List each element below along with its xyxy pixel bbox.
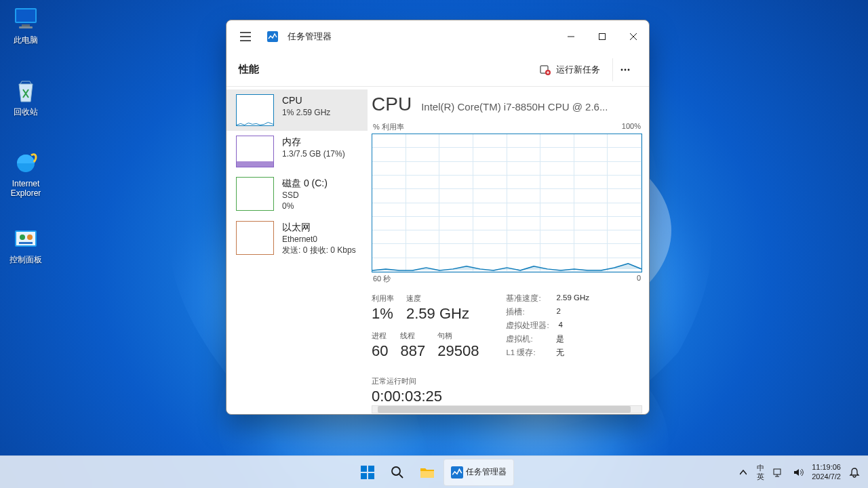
spec-key-vproc: 虚拟处理器: [506, 321, 549, 331]
desktop-icon-ie[interactable]: Internet Explorer [0, 149, 52, 199]
svg-point-15 [620, 68, 623, 70]
titlebar[interactable]: 任务管理器 [226, 20, 649, 53]
svg-rect-10 [19, 242, 33, 244]
svg-point-9 [27, 235, 33, 240]
run-new-task-label: 运行新任务 [556, 64, 600, 76]
sidebar-item-ethernet[interactable]: 以太网 Ethernet0 发送: 0 接收: 0 Kbps [226, 216, 368, 260]
ethernet-thumb [236, 221, 274, 255]
spec-key-base: 基准速度: [506, 293, 547, 304]
recycle-bin-icon [12, 77, 39, 104]
chart-y-max: 100% [622, 122, 641, 132]
sidebar-item-name: 以太网 [282, 221, 356, 234]
spec-key-vm: 虚拟机: [506, 334, 547, 344]
tray-volume-icon[interactable] [791, 462, 805, 483]
taskbar-item-task-manager[interactable]: 任务管理器 [443, 459, 514, 486]
minimize-button[interactable] [555, 26, 587, 47]
stat-label-handles: 句柄 [437, 331, 479, 341]
stat-label-uptime: 正常运行时间 [372, 376, 479, 386]
maximize-button[interactable] [587, 26, 618, 47]
toolbar: 性能 运行新任务 [226, 53, 649, 87]
sidebar-item-cpu[interactable]: CPU 1% 2.59 GHz [226, 89, 368, 131]
chart-x-right: 0 [637, 274, 641, 284]
spec-key-sockets: 插槽: [506, 307, 547, 317]
desktop-icon-label: Internet Explorer [0, 179, 52, 199]
start-button[interactable] [354, 459, 381, 486]
desktop-icon-label: 此电脑 [14, 35, 38, 45]
sidebar-item-disk[interactable]: 磁盘 0 (C:) SSD 0% [226, 172, 368, 216]
svg-point-17 [627, 68, 629, 70]
sidebar-item-name: 磁盘 0 (C:) [282, 177, 328, 190]
ime-bot: 英 [757, 472, 764, 481]
desktop-icon-control-panel[interactable]: 控制面板 [0, 225, 52, 264]
monitor-icon [12, 5, 39, 33]
spec-val-vm: 是 [556, 334, 564, 344]
chart-x-left: 60 秒 [373, 274, 391, 284]
tray-time: 11:19:06 [812, 463, 841, 472]
more-button[interactable] [612, 58, 637, 81]
sidebar-item-desc: SSD [282, 190, 328, 201]
svg-point-16 [624, 68, 626, 70]
stat-value-speed: 2.59 GHz [406, 305, 469, 323]
hamburger-button[interactable] [233, 24, 258, 49]
detail-subtitle: Intel(R) Core(TM) i7-8850H CPU @ 2.6... [421, 101, 608, 113]
svg-point-8 [20, 235, 25, 240]
stat-label-processes: 进程 [372, 331, 388, 341]
chart-y-label: % 利用率 [373, 122, 404, 132]
desktop-icon-recycle-bin[interactable]: 回收站 [0, 77, 52, 117]
window-title: 任务管理器 [288, 31, 332, 43]
tray-date: 2024/7/2 [812, 472, 841, 481]
stat-label-utilization: 利用率 [372, 293, 394, 304]
page-title: 性能 [239, 63, 259, 76]
stat-value-threads: 887 [400, 342, 425, 360]
svg-rect-21 [368, 473, 374, 479]
svg-rect-12 [599, 34, 606, 40]
ie-icon [12, 149, 39, 176]
run-task-icon [540, 64, 551, 75]
stat-value-handles: 29508 [437, 342, 479, 360]
disk-thumb [236, 177, 274, 211]
taskbar-item-label: 任务管理器 [466, 466, 507, 478]
horizontal-scrollbar[interactable] [372, 405, 642, 413]
spec-val-sockets: 2 [556, 307, 560, 317]
tray-clock[interactable]: 11:19:06 2024/7/2 [812, 463, 841, 481]
stat-value-utilization: 1% [372, 305, 394, 323]
search-button[interactable] [384, 459, 411, 486]
ime-indicator[interactable]: 中 英 [757, 464, 764, 480]
taskbar: 任务管理器 中 英 11:19:06 2024/7/2 [0, 455, 868, 488]
sidebar-item-desc: 1% 2.59 GHz [282, 107, 330, 118]
svg-rect-4 [19, 26, 33, 28]
desktop-icon-this-pc[interactable]: 此电脑 [0, 5, 52, 45]
svg-point-22 [392, 467, 400, 475]
svg-rect-2 [16, 9, 35, 22]
cpu-specs: 基准速度:2.59 GHz 插槽:2 虚拟处理器:4 虚拟机:是 L1 缓存:无 [506, 293, 589, 405]
sidebar-item-name: CPU [282, 94, 330, 107]
sidebar-item-desc: 1.3/7.5 GB (17%) [282, 148, 345, 159]
close-button[interactable] [618, 26, 649, 47]
file-explorer-button[interactable] [414, 459, 441, 486]
sidebar-item-memory[interactable]: 内存 1.3/7.5 GB (17%) [226, 131, 368, 172]
stat-label-speed: 速度 [406, 293, 469, 304]
desktop-icon-label: 控制面板 [9, 255, 42, 264]
tray-chevron-up-icon[interactable] [736, 462, 750, 483]
detail-panel: CPU Intel(R) Core(TM) i7-8850H CPU @ 2.6… [368, 87, 649, 414]
memory-thumb [236, 136, 274, 167]
run-new-task-button[interactable]: 运行新任务 [533, 60, 607, 80]
spec-val-base: 2.59 GHz [556, 293, 589, 304]
task-manager-icon [267, 31, 278, 42]
svg-rect-20 [361, 473, 367, 479]
desktop-icon-label: 回收站 [14, 107, 38, 117]
spec-val-l1: 无 [556, 348, 564, 358]
task-manager-icon [451, 466, 463, 479]
stat-value-processes: 60 [372, 342, 388, 360]
svg-rect-18 [361, 466, 367, 472]
svg-rect-3 [22, 24, 30, 26]
stat-label-threads: 线程 [400, 331, 425, 341]
cpu-utilization-chart [372, 134, 642, 272]
spec-key-l1: L1 缓存: [506, 348, 547, 358]
tray-network-icon[interactable] [771, 462, 785, 483]
control-panel-icon [12, 225, 39, 252]
ime-top: 中 [757, 464, 764, 472]
sidebar-item-desc: Ethernet0 [282, 234, 356, 245]
tray-notifications-icon[interactable] [848, 462, 861, 483]
spec-val-vproc: 4 [559, 321, 563, 331]
